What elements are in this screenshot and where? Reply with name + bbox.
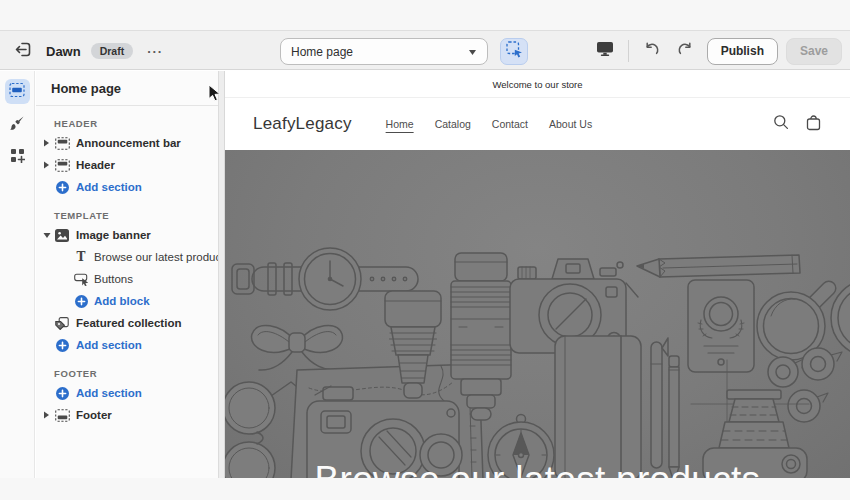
section-row-label: Announcement bar bbox=[76, 137, 181, 149]
publish-button[interactable]: Publish bbox=[707, 38, 778, 65]
image-banner-icon bbox=[54, 229, 70, 242]
store-header: LeafyLegacy Home Catalog Contact About U… bbox=[225, 98, 850, 150]
bow-illustration bbox=[252, 325, 343, 370]
group-label-header: HEADER bbox=[36, 118, 218, 129]
nav-link-contact[interactable]: Contact bbox=[492, 118, 528, 130]
rail-tab-app-embeds[interactable] bbox=[5, 145, 30, 170]
add-section-button-header[interactable]: Add section bbox=[36, 176, 218, 198]
add-section-button-template[interactable]: Add section bbox=[36, 334, 218, 356]
block-row-buttons[interactable]: Buttons bbox=[36, 268, 218, 290]
section-row-featured-collection[interactable]: Featured collection bbox=[36, 312, 218, 334]
section-row-header[interactable]: Header bbox=[36, 154, 218, 176]
store-preview: Welcome to our store LeafyLegacy Home Ca… bbox=[225, 71, 850, 478]
inspector-icon bbox=[506, 41, 523, 62]
section-inspector-toggle[interactable] bbox=[500, 38, 528, 65]
store-logo[interactable]: LeafyLegacy bbox=[253, 114, 352, 134]
section-row-label: Footer bbox=[76, 409, 112, 421]
section-row-label: Header bbox=[76, 159, 115, 171]
store-nav: Home Catalog Contact About Us bbox=[386, 118, 593, 130]
announcement-bar[interactable]: Welcome to our store bbox=[225, 71, 850, 98]
nav-link-home[interactable]: Home bbox=[386, 118, 414, 130]
text-block-icon: T bbox=[73, 251, 89, 263]
status-badge: Draft bbox=[91, 43, 134, 59]
section-row-image-banner[interactable]: Image banner bbox=[36, 224, 218, 246]
toolbar-divider bbox=[628, 40, 629, 62]
plus-circle-icon bbox=[54, 181, 70, 194]
nav-link-catalog[interactable]: Catalog bbox=[435, 118, 471, 130]
magnifier-illustration bbox=[757, 278, 839, 360]
hero-illustration bbox=[225, 150, 850, 478]
nav-link-about-us[interactable]: About Us bbox=[549, 118, 592, 130]
add-section-label: Add section bbox=[76, 181, 142, 193]
passport-illustration bbox=[688, 280, 754, 372]
undo-icon bbox=[643, 42, 660, 61]
block-row-label: Browse our latest products bbox=[94, 251, 218, 263]
sidebar-scrollbar[interactable] bbox=[218, 71, 225, 478]
tape-rolls-illustration bbox=[768, 348, 842, 422]
notebook-illustration bbox=[555, 336, 641, 478]
theme-editor-window: Dawn Draft ··· Home page bbox=[0, 30, 850, 478]
letterbox-strip bbox=[0, 478, 850, 500]
chevron-right-icon[interactable] bbox=[39, 161, 54, 169]
theme-name: Dawn bbox=[46, 44, 81, 59]
exit-icon bbox=[14, 40, 33, 63]
exit-editor-button[interactable] bbox=[10, 38, 36, 64]
desktop-monitor-icon bbox=[596, 41, 614, 61]
chevron-right-icon[interactable] bbox=[39, 411, 54, 419]
sections-panel: Home page HEADER Announcement bar Header… bbox=[36, 71, 218, 478]
section-top-icon bbox=[54, 137, 70, 150]
group-label-template: TEMPLATE bbox=[36, 210, 218, 221]
paint-brush-icon bbox=[9, 115, 25, 135]
redo-button[interactable] bbox=[673, 38, 699, 64]
editor-topbar: Dawn Draft ··· Home page bbox=[0, 30, 850, 70]
plus-circle-icon bbox=[54, 387, 70, 400]
chevron-down-icon[interactable] bbox=[39, 232, 54, 239]
desktop-preview-button[interactable] bbox=[592, 38, 618, 64]
sections-icon bbox=[9, 82, 25, 102]
pencil-illustration bbox=[637, 255, 800, 277]
redo-icon bbox=[677, 42, 694, 61]
search-icon[interactable] bbox=[773, 114, 789, 134]
more-options-button[interactable]: ··· bbox=[143, 44, 167, 59]
screenshot-stage: Dawn Draft ··· Home page bbox=[0, 0, 850, 500]
editor-main: Home page HEADER Announcement bar Header… bbox=[0, 71, 850, 478]
section-row-label: Image banner bbox=[76, 229, 151, 241]
add-section-label: Add section bbox=[76, 387, 142, 399]
section-row-label: Featured collection bbox=[76, 317, 181, 329]
hero-banner-section[interactable]: Browse our latest products bbox=[225, 150, 850, 478]
section-bottom-icon bbox=[54, 409, 70, 422]
block-row-label: Buttons bbox=[94, 273, 133, 285]
featured-collection-icon bbox=[54, 317, 70, 330]
pen-illustration bbox=[651, 338, 668, 468]
section-row-footer[interactable]: Footer bbox=[36, 404, 218, 426]
add-section-button-footer[interactable]: Add section bbox=[36, 382, 218, 404]
plus-circle-icon bbox=[73, 295, 89, 308]
add-block-button[interactable]: Add block bbox=[36, 290, 218, 312]
buttons-block-icon bbox=[73, 273, 89, 286]
left-icon-rail bbox=[0, 71, 35, 478]
chevron-right-icon[interactable] bbox=[39, 139, 54, 147]
save-button[interactable]: Save bbox=[786, 38, 842, 65]
block-row-heading-text[interactable]: T Browse our latest products bbox=[36, 246, 218, 268]
section-row-announcement-bar[interactable]: Announcement bar bbox=[36, 132, 218, 154]
rail-tab-sections[interactable] bbox=[5, 79, 30, 104]
rail-tab-theme-settings[interactable] bbox=[5, 112, 30, 137]
add-block-label: Add block bbox=[94, 295, 150, 307]
page-selector-value: Home page bbox=[291, 45, 353, 59]
panel-title: Home page bbox=[36, 71, 218, 106]
plus-circle-icon bbox=[54, 339, 70, 352]
announcement-text: Welcome to our store bbox=[492, 79, 582, 90]
section-top-icon bbox=[54, 159, 70, 172]
chevron-down-icon bbox=[468, 45, 477, 59]
cart-bag-icon[interactable] bbox=[805, 114, 822, 135]
hero-heading: Browse our latest products bbox=[225, 459, 850, 478]
undo-button[interactable] bbox=[639, 38, 665, 64]
page-selector-dropdown[interactable]: Home page bbox=[280, 38, 488, 65]
add-section-label: Add section bbox=[76, 339, 142, 351]
group-label-footer: FOOTER bbox=[36, 368, 218, 379]
app-embeds-icon bbox=[10, 148, 25, 167]
